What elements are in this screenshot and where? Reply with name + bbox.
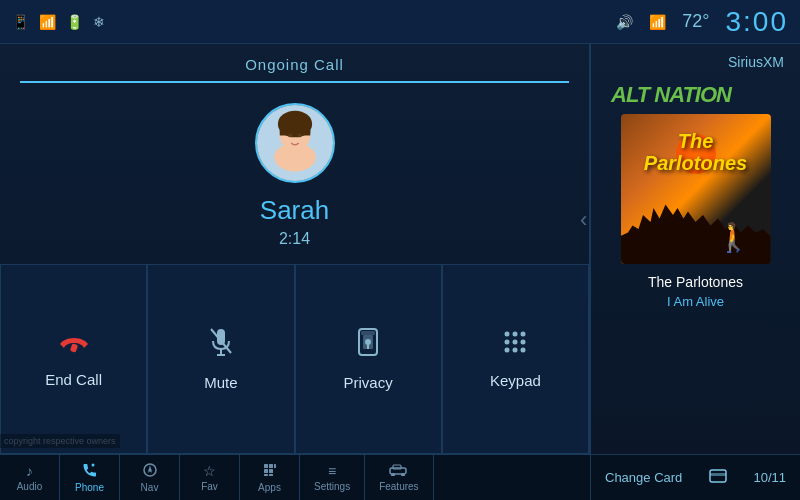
features-nav-label: Features: [379, 481, 418, 492]
watermark: copyright respective owners: [0, 434, 120, 448]
keypad-label: Keypad: [490, 372, 541, 389]
svg-rect-15: [361, 331, 375, 335]
alt-nation-logo: ALT NATION: [603, 82, 731, 108]
nav-left: ♪ Audio Phone Nav ☆: [0, 455, 590, 500]
nav-bar: ♪ Audio Phone Nav ☆: [0, 454, 800, 500]
status-bar: 📱 📶 🔋 ❄ 🔊 📶 72° 3:00: [0, 0, 800, 44]
album-art: TheParlotones 🚶: [621, 114, 771, 264]
svg-rect-32: [264, 469, 268, 473]
mute-button[interactable]: Mute: [147, 264, 294, 454]
privacy-button[interactable]: Privacy: [295, 264, 442, 454]
settings-nav-label: Settings: [314, 481, 350, 492]
svg-point-28: [148, 468, 151, 471]
nav-right: Change Card 10/11: [590, 455, 800, 500]
svg-rect-41: [710, 473, 726, 476]
nav-item-fav[interactable]: ☆ Fav: [180, 455, 240, 500]
svg-point-21: [521, 340, 526, 345]
privacy-label: Privacy: [344, 374, 393, 391]
svg-point-17: [513, 332, 518, 337]
nav-item-apps[interactable]: Apps: [240, 455, 300, 500]
nav-item-audio[interactable]: ♪ Audio: [0, 455, 60, 500]
fav-nav-icon: ☆: [203, 463, 216, 479]
svg-rect-30: [269, 464, 273, 468]
svg-point-22: [505, 348, 510, 353]
svg-rect-6: [69, 343, 77, 353]
keypad-button[interactable]: Keypad: [442, 264, 589, 454]
svg-point-5: [297, 134, 301, 138]
mute-label: Mute: [204, 374, 237, 391]
ongoing-call-header: Ongoing Call: [20, 44, 569, 83]
svg-point-4: [288, 134, 292, 138]
song-artist-name: The Parlotones: [648, 274, 743, 290]
sirius-label: SiriusXM: [728, 54, 788, 70]
battery-icon: 🔋: [66, 14, 83, 30]
caller-name: Sarah: [260, 195, 329, 226]
main-content: Ongoing Call 📱 Sarah: [0, 44, 800, 454]
keypad-icon: [502, 329, 528, 362]
nav-item-nav[interactable]: Nav: [120, 455, 180, 500]
svg-rect-29: [264, 464, 268, 468]
status-left: 📱 📶 🔋 ❄: [12, 14, 105, 30]
audio-signal-icon: 🔊: [616, 14, 633, 30]
song-title: I Am Alive: [667, 294, 724, 309]
privacy-icon: [357, 327, 379, 364]
phone-nav-icon: [83, 463, 97, 480]
svg-point-23: [513, 348, 518, 353]
audio-nav-label: Audio: [17, 481, 43, 492]
collapse-handle[interactable]: ‹: [578, 203, 800, 237]
phone-small-icon: 📱: [0, 163, 4, 185]
features-nav-icon: [389, 463, 409, 479]
svg-point-20: [513, 340, 518, 345]
nav-item-settings[interactable]: ≡ Settings: [300, 455, 365, 500]
time-display: 3:00: [726, 6, 789, 38]
caller-info: 📱 Sarah 2:14: [0, 83, 589, 264]
action-buttons: End Call Mute: [0, 264, 589, 454]
nav-nav-icon: [143, 463, 157, 480]
nav-nav-label: Nav: [141, 482, 159, 493]
fav-nav-label: Fav: [201, 481, 218, 492]
change-card-button[interactable]: Change Card: [605, 470, 682, 485]
svg-point-24: [521, 348, 526, 353]
svg-point-19: [505, 340, 510, 345]
mute-icon: [209, 327, 233, 364]
end-call-label: End Call: [45, 371, 102, 388]
caller-avatar: [255, 103, 335, 183]
svg-rect-33: [269, 469, 273, 473]
call-panel: Ongoing Call 📱 Sarah: [0, 44, 590, 454]
phone-nav-label: Phone: [75, 482, 104, 493]
audio-nav-icon: ♪: [26, 463, 33, 479]
end-call-icon: [59, 330, 89, 361]
radio-panel: SiriusXM ALT NATION TheParlotones 🚶 The …: [590, 44, 800, 454]
avatar-container: [255, 103, 335, 183]
apps-nav-icon: [263, 463, 277, 480]
temperature-display: 72°: [682, 11, 709, 32]
wifi-icon: 📶: [649, 14, 666, 30]
end-call-button[interactable]: End Call: [0, 264, 147, 454]
svg-point-18: [521, 332, 526, 337]
svg-point-13: [365, 339, 371, 345]
phone-status-icon: 📱: [12, 14, 29, 30]
card-icon: [709, 469, 727, 487]
page-indicator: 10/11: [753, 470, 786, 485]
nav-item-phone[interactable]: Phone: [60, 455, 120, 500]
svg-point-25: [91, 463, 94, 466]
album-art-text: TheParlotones: [621, 124, 771, 180]
nav-item-features[interactable]: Features: [365, 455, 433, 500]
status-right: 🔊 📶 72° 3:00: [616, 6, 788, 38]
settings-nav-icon: ≡: [328, 463, 336, 479]
svg-rect-34: [264, 474, 268, 476]
svg-rect-31: [274, 464, 276, 468]
signal-icon: 📶: [39, 14, 56, 30]
svg-point-16: [505, 332, 510, 337]
call-duration: 2:14: [279, 230, 310, 248]
svg-rect-35: [269, 474, 273, 476]
apps-nav-label: Apps: [258, 482, 281, 493]
bluetooth-icon: ❄: [93, 14, 105, 30]
